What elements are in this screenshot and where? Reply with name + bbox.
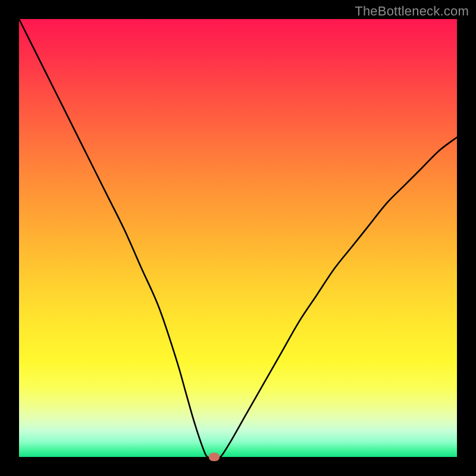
optimal-point-marker bbox=[209, 453, 220, 461]
chart-frame: TheBottleneck.com bbox=[0, 0, 476, 476]
plot-area bbox=[19, 19, 457, 457]
bottleneck-curve bbox=[19, 19, 457, 457]
watermark-text: TheBottleneck.com bbox=[355, 4, 469, 19]
